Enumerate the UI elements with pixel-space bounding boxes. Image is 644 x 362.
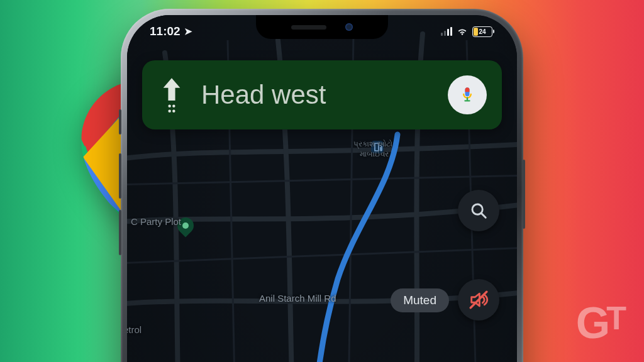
mute-toggle-button[interactable] xyxy=(458,279,499,321)
status-time: 11:02 xyxy=(150,25,180,38)
direction-instruction: Head west xyxy=(201,80,433,110)
map-road-label: Anil Starch Mill Rd xyxy=(259,293,336,304)
search-icon xyxy=(469,201,488,220)
map-edge-label: etrol xyxy=(127,324,142,335)
earpiece xyxy=(291,25,326,30)
svg-point-17 xyxy=(172,109,175,112)
svg-point-14 xyxy=(168,105,170,107)
mute-status-chip: Muted xyxy=(391,288,449,312)
voice-search-button[interactable] xyxy=(448,75,487,114)
cellular-signal-icon xyxy=(441,27,452,36)
phone-screen: 11:02 ➤ 24 xyxy=(127,15,517,362)
phone-frame: 11:02 ➤ 24 xyxy=(121,9,523,362)
hero-canvas: 11:02 ➤ 24 xyxy=(0,0,644,362)
power-button xyxy=(523,160,525,229)
svg-point-16 xyxy=(168,109,170,112)
svg-line-19 xyxy=(481,213,486,217)
notch xyxy=(256,15,388,39)
svg-point-15 xyxy=(172,105,175,107)
volume-up-button xyxy=(119,153,121,199)
battery-percent: 24 xyxy=(479,28,486,35)
front-camera xyxy=(345,23,353,31)
battery-indicator: 24 xyxy=(472,26,494,37)
mute-label: Muted xyxy=(403,293,436,307)
volume-muted-icon xyxy=(468,289,489,310)
watermark-t: T xyxy=(606,300,626,336)
map-poi-label: પ્રકાશ ઓટો xyxy=(353,140,392,148)
silent-switch xyxy=(119,109,121,134)
wifi-icon xyxy=(457,27,468,36)
map-poi-label: માબાઈવર xyxy=(360,150,389,158)
route-line xyxy=(309,134,397,362)
watermark-g: G xyxy=(576,299,606,348)
volume-down-button xyxy=(119,210,121,255)
navigation-direction-card[interactable]: Head west xyxy=(142,60,502,129)
microphone-icon xyxy=(458,86,476,104)
search-button[interactable] xyxy=(458,190,499,231)
location-services-icon: ➤ xyxy=(184,26,192,37)
map-poi-label: C Party Plot xyxy=(131,216,181,227)
straight-arrow-icon xyxy=(157,77,186,113)
watermark-logo: GT xyxy=(576,298,626,348)
